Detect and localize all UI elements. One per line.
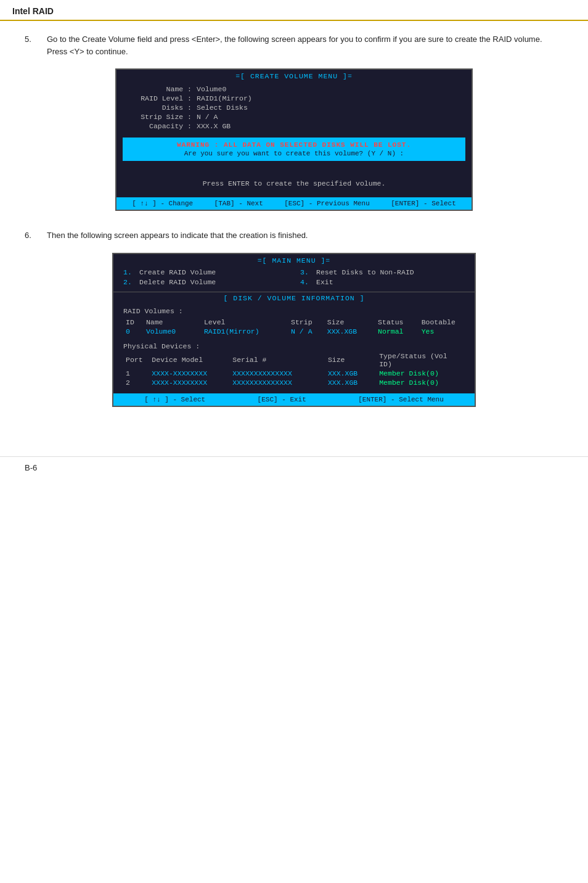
- cv-label-strip: Strip Size :: [129, 113, 197, 121]
- cv-row-capacity: Capacity : XXX.X GB: [129, 122, 459, 130]
- mm-nav-select: [ ↑↓ ] - Select: [144, 396, 205, 403]
- step-5-text: 5. Go to the Create Volume field and pre…: [25, 33, 563, 57]
- mm-item-3-label: Reset Disks to Non-RAID: [316, 268, 414, 276]
- raid-th-id: ID: [123, 318, 144, 327]
- raid-th-size: Size: [325, 318, 375, 327]
- cv-title-prefix: =[: [235, 72, 250, 80]
- cv-nav-change: [ ↑↓ ] - Change: [132, 200, 193, 207]
- phys-row-1-port: 1: [123, 369, 149, 378]
- create-volume-title-bar: =[ CREATE VOLUME MENU ]=: [116, 70, 472, 81]
- step-5-num: 5.: [25, 33, 42, 57]
- step-5-description: Go to the Create Volume field and press …: [47, 33, 563, 57]
- mm-nav-esc: [ESC] - Exit: [258, 396, 306, 403]
- disk-vol-bar: [ DISK / VOLUME INFORMATION ]: [113, 292, 475, 303]
- step-6: 6. Then the following screen appears to …: [25, 229, 563, 407]
- phys-th-device: Device Model: [149, 351, 230, 369]
- raid-table-header: ID Name Level Strip Size Status Bootable: [123, 318, 465, 327]
- raid-row-0-strip: N / A: [288, 327, 325, 336]
- press-enter-text: Press ENTER to create the specified volu…: [116, 166, 472, 197]
- phys-table: Port Device Model Serial # Size Type/Sta…: [123, 351, 465, 387]
- raid-th-bootable: Bootable: [419, 318, 465, 327]
- page-header: Intel RAID: [0, 0, 588, 21]
- mm-col-right: 3. Reset Disks to Non-RAID 4. Exit: [300, 268, 465, 288]
- phys-row-2-port: 2: [123, 378, 149, 387]
- cv-value-raid-level: RAID1(Mirror): [197, 94, 252, 102]
- raid-row-0-size: XXX.XGB: [325, 327, 375, 336]
- phys-th-serial: Serial #: [230, 351, 325, 369]
- mm-item-4-num: 4.: [300, 278, 312, 286]
- cv-row-disks: Disks : Select Disks: [129, 104, 459, 112]
- mm-item-4: 4. Exit: [300, 278, 465, 286]
- page-number: B-6: [25, 463, 37, 472]
- phys-row-1-device: XXXX-XXXXXXXX: [149, 369, 230, 378]
- cv-nav-esc: [ESC] - Previous Menu: [284, 200, 370, 207]
- phys-row-1-type: Member Disk(0): [377, 369, 465, 378]
- raid-th-name: Name: [144, 318, 202, 327]
- step-5: 5. Go to the Create Volume field and pre…: [25, 33, 563, 211]
- mm-item-2-label: Delete RAID Volume: [139, 278, 216, 286]
- physical-devices-label: Physical Devices :: [123, 342, 465, 350]
- cv-value-strip: N / A: [197, 113, 218, 121]
- phys-table-body: 1 XXXX-XXXXXXXX XXXXXXXXXXXXXX XXX.XGB M…: [123, 369, 465, 387]
- mm-body: RAID Volumes : ID Name Level Strip Size …: [113, 303, 475, 390]
- page-content: 5. Go to the Create Volume field and pre…: [0, 21, 588, 444]
- raid-row-0-id: 0: [123, 327, 144, 336]
- cv-row-raid-level: RAID Level : RAID1(Mirror): [129, 94, 459, 102]
- raid-th-level: Level: [202, 318, 288, 327]
- mm-item-3-num: 3.: [300, 268, 312, 276]
- raid-row-0: 0 Volume0 RAID1(Mirror) N / A XXX.XGB No…: [123, 327, 465, 336]
- phys-th-port: Port: [123, 351, 149, 369]
- cv-value-capacity: XXX.X GB: [197, 122, 231, 130]
- phys-row-1: 1 XXXX-XXXXXXXX XXXXXXXXXXXXXX XXX.XGB M…: [123, 369, 465, 378]
- mm-item-1-label: Create RAID Volume: [139, 268, 216, 276]
- mm-title-prefix: =[: [258, 257, 272, 265]
- warning-box: WARNING : ALL DATA ON SELECTED DISKS WIL…: [123, 138, 465, 161]
- cv-value-disks: Select Disks: [197, 104, 248, 112]
- phys-row-2: 2 XXXX-XXXXXXXX XXXXXXXXXXXXXX XXX.XGB M…: [123, 378, 465, 387]
- phys-th-size: Size: [325, 351, 377, 369]
- disk-vol-title: [ DISK / VOLUME INFORMATION ]: [223, 294, 364, 302]
- step-6-num: 6.: [25, 229, 42, 242]
- mm-bottom-bar: [ ↑↓ ] - Select [ESC] - Exit [ENTER] - S…: [113, 393, 475, 406]
- mm-title: MAIN MENU: [272, 257, 316, 265]
- cv-body: Name : Volume0 RAID Level : RAID1(Mirror…: [116, 81, 472, 133]
- phys-row-2-device: XXXX-XXXXXXXX: [149, 378, 230, 387]
- mm-title-bar: =[ MAIN MENU ]=: [113, 254, 475, 266]
- cv-label-name: Name :: [129, 85, 197, 93]
- step-6-description: Then the following screen appears to ind…: [47, 229, 308, 242]
- cv-nav-enter: [ENTER] - Select: [391, 200, 456, 207]
- phys-table-header: Port Device Model Serial # Size Type/Sta…: [123, 351, 465, 369]
- cv-nav-tab: [TAB] - Next: [214, 200, 263, 207]
- raid-th-strip: Strip: [288, 318, 325, 327]
- cv-title: CREATE VOLUME MENU: [250, 72, 338, 80]
- raid-row-0-level: RAID1(Mirror): [202, 327, 288, 336]
- phys-row-1-serial: XXXXXXXXXXXXXX: [230, 369, 325, 378]
- cv-label-capacity: Capacity :: [129, 122, 197, 130]
- mm-item-1: 1. Create RAID Volume: [123, 268, 288, 276]
- physical-section: Physical Devices : Port Device Model Ser…: [123, 342, 465, 387]
- main-menu-screen: =[ MAIN MENU ]= 1. Create RAID Volume 2.…: [112, 253, 476, 407]
- mm-item-2: 2. Delete RAID Volume: [123, 278, 288, 286]
- phys-row-1-size: XXX.XGB: [325, 369, 377, 378]
- warning-question: Are you sure you want to create this vol…: [129, 150, 459, 157]
- mm-item-3: 3. Reset Disks to Non-RAID: [300, 268, 465, 276]
- mm-menu-area: 1. Create RAID Volume 2. Delete RAID Vol…: [113, 266, 475, 292]
- raid-table-body: 0 Volume0 RAID1(Mirror) N / A XXX.XGB No…: [123, 327, 465, 336]
- create-volume-screen: =[ CREATE VOLUME MENU ]= Name : Volume0 …: [115, 68, 473, 211]
- cv-label-disks: Disks :: [129, 104, 197, 112]
- phys-row-2-type: Member Disk(0): [377, 378, 465, 387]
- page-footer: B-6: [0, 456, 588, 478]
- cv-value-name: Volume0: [197, 85, 226, 93]
- phys-row-2-serial: XXXXXXXXXXXXXX: [230, 378, 325, 387]
- cv-bottom-bar: [ ↑↓ ] - Change [TAB] - Next [ESC] - Pre…: [116, 197, 472, 210]
- step-6-text: 6. Then the following screen appears to …: [25, 229, 563, 242]
- cv-row-name: Name : Volume0: [129, 85, 459, 93]
- cv-label-raid-level: RAID Level :: [129, 94, 197, 102]
- raid-header-row: ID Name Level Strip Size Status Bootable: [123, 318, 465, 327]
- mm-title-suffix: ]=: [316, 257, 331, 265]
- raid-row-0-status: Normal: [375, 327, 419, 336]
- page-title: Intel RAID: [12, 6, 576, 16]
- mm-item-2-num: 2.: [123, 278, 136, 286]
- cv-title-suffix: ]=: [338, 72, 353, 80]
- raid-row-0-bootable: Yes: [419, 327, 465, 336]
